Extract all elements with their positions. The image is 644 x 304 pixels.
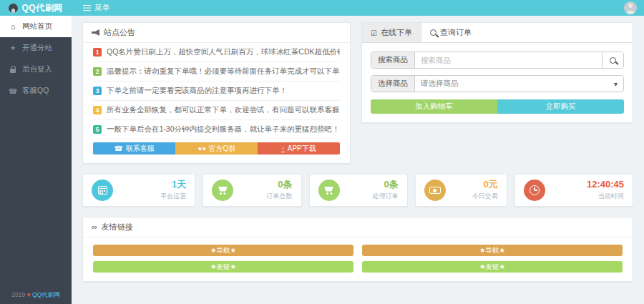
top-header-bar: QQ代刷网 菜单 xyxy=(0,0,644,16)
announcement-number-badge: 4 xyxy=(93,106,102,114)
link-icon: ∞ xyxy=(92,223,97,231)
calendar-icon xyxy=(98,186,107,195)
announcement-text: 所有业务全部恢复，都可以正常下单，欢迎尝试，有问题可以联系客服 xyxy=(107,105,340,115)
contact-service-button[interactable]: 联系客服 xyxy=(93,142,175,155)
sidebar-item-label: 后台登入 xyxy=(22,64,52,74)
app-download-button[interactable]: APP下载 xyxy=(258,142,340,155)
order-form: 搜索商品 选择商品 请选择商品 加入购物车 立即购买 xyxy=(362,43,633,122)
announcements-panel: 站点公告 1 QQ名片赞日刷上万，超快空间人气日刷百万，球球冰红茶CDK超低价销… xyxy=(82,22,351,164)
order-tabs: 在线下单 查询订单 xyxy=(362,23,633,43)
announcement-text: QQ名片赞日刷上万，超快空间人气日刷百万，球球冰红茶CDK超低价销售 xyxy=(107,47,340,57)
stat-label: 当前时间 xyxy=(587,192,624,201)
search-icon xyxy=(430,29,436,36)
announcement-item: 2 温馨提示：请勿重复下单哦！必须要等待前面任务订单完成才可以下单！ xyxy=(93,62,340,82)
buy-now-button[interactable]: 立即购买 xyxy=(497,99,624,114)
stat-card-processing-orders: 0条 处理订单 xyxy=(309,174,408,207)
search-product-group: 搜索商品 xyxy=(371,52,624,69)
friend-links-header: ∞ 友情链接 xyxy=(83,217,633,237)
nav-link-button[interactable]: ★导航★ xyxy=(362,245,623,256)
announcement-item: 3 下单之前请一定要看完该商品的注意事项再进行下单！ xyxy=(93,82,340,101)
search-icon xyxy=(610,57,616,64)
search-product-input[interactable] xyxy=(415,52,602,68)
friend-links-title: 友情链接 xyxy=(102,222,133,232)
sidebar-item-admin-login[interactable]: 后台登入 xyxy=(0,59,72,80)
headset-icon xyxy=(9,87,17,95)
official-qq-group-button[interactable]: 官方Q群 xyxy=(175,142,258,155)
search-product-label: 搜索商品 xyxy=(371,52,415,68)
announcements-title: 站点公告 xyxy=(104,27,135,38)
select-product-group: 选择商品 请选择商品 xyxy=(371,75,624,92)
cart-icon xyxy=(218,187,228,195)
announcement-item: 5 一般下单后会在1-30分钟内提交到服务器，就让单子来的更猛烈些吧！ xyxy=(93,120,340,139)
heart-icon: ♥ xyxy=(27,291,31,298)
chevron-down-icon xyxy=(614,79,618,88)
button-label: 官方Q群 xyxy=(208,144,235,154)
announcements-header: 站点公告 xyxy=(83,23,350,43)
stat-value: 1天 xyxy=(160,180,186,190)
stat-value: 12:40:45 xyxy=(587,180,624,190)
home-icon xyxy=(9,22,17,31)
stat-label: 今日交易 xyxy=(472,192,498,201)
sidebar-item-label: 客服QQ xyxy=(22,86,49,96)
menu-toggle-button[interactable]: 菜单 xyxy=(83,3,109,13)
tab-label: 查询订单 xyxy=(440,27,472,38)
product-select-dropdown[interactable]: 请选择商品 xyxy=(415,76,623,92)
announcement-number-badge: 1 xyxy=(93,48,102,57)
copyright-year: 2019 xyxy=(11,291,25,298)
announcement-text: 下单之前请一定要看完该商品的注意事项再进行下单！ xyxy=(107,86,287,96)
sidebar-item-label: 网站首页 xyxy=(22,21,52,31)
tab-label: 在线下单 xyxy=(381,27,412,38)
copyright-site-link[interactable]: QQ代刷网 xyxy=(32,291,60,298)
qq-penguin-logo-icon xyxy=(9,4,18,13)
announcements-list: 1 QQ名片赞日刷上万，超快空间人气日刷百万，球球冰红茶CDK超低价销售 2 温… xyxy=(83,43,350,139)
main-content: 站点公告 1 QQ名片赞日刷上万，超快空间人气日刷百万，球球冰红茶CDK超低价销… xyxy=(72,16,644,304)
download-icon xyxy=(281,144,285,152)
sidebar-item-home[interactable]: 网站首页 xyxy=(0,16,72,37)
sidebar-nav: 网站首页 开通分站 后台登入 客服QQ 2019 ♥ QQ代刷网 xyxy=(0,16,72,304)
announcement-number-badge: 3 xyxy=(93,87,102,95)
announcement-number-badge: 5 xyxy=(93,125,102,134)
announcement-item: 4 所有业务全部恢复，都可以正常下单，欢迎尝试，有问题可以联系客服 xyxy=(93,101,340,120)
sidebar-footer-copyright: 2019 ♥ QQ代刷网 xyxy=(0,291,72,300)
tab-online-order[interactable]: 在线下单 xyxy=(362,23,421,42)
friend-link-button[interactable]: ★友链★ xyxy=(93,261,353,273)
friend-links-panel: ∞ 友情链接 ★导航★ ★导航★ ★友链★ ★友链★ xyxy=(82,217,633,282)
clock-icon xyxy=(530,185,540,195)
stat-card-total-orders: 0条 订单总数 xyxy=(203,174,301,207)
hamburger-icon xyxy=(83,5,91,11)
stat-value: 0条 xyxy=(267,180,293,190)
select-product-label: 选择商品 xyxy=(371,76,415,92)
announcement-number-badge: 2 xyxy=(93,67,102,76)
stat-label: 处理订单 xyxy=(373,192,399,201)
stat-label: 订单总数 xyxy=(267,192,293,201)
user-avatar[interactable] xyxy=(624,1,637,14)
announcement-actions: 联系客服 官方Q群 APP下载 xyxy=(93,142,340,155)
stat-card-current-time: 12:40:45 当前时间 xyxy=(514,174,633,207)
menu-label: 菜单 xyxy=(94,3,109,13)
nav-link-button[interactable]: ★导航★ xyxy=(93,245,353,256)
tab-query-order[interactable]: 查询订单 xyxy=(421,23,480,42)
button-label: 联系客服 xyxy=(126,144,155,154)
cart-icon xyxy=(324,187,333,195)
headset-icon xyxy=(114,144,122,152)
site-logo[interactable]: QQ代刷网 xyxy=(0,0,72,16)
sidebar-item-service-qq[interactable]: 客服QQ xyxy=(0,80,72,102)
friend-links-grid: ★导航★ ★导航★ ★友链★ ★友链★ xyxy=(83,237,633,281)
friend-link-button[interactable]: ★友链★ xyxy=(362,261,623,273)
sidebar-item-open-substation[interactable]: 开通分站 xyxy=(0,37,72,59)
announcement-text: 一般下单后会在1-30分钟内提交到服务器，就让单子来的更猛烈些吧！ xyxy=(107,124,340,134)
add-to-cart-button[interactable]: 加入购物车 xyxy=(371,99,497,114)
stat-card-platform-days: 1天 平台运营 xyxy=(82,174,195,207)
order-panel: 在线下单 查询订单 搜索商品 选择商品 请选择商品 xyxy=(361,22,633,123)
announcement-text: 温馨提示：请勿重复下单哦！必须要等待前面任务订单完成才可以下单！ xyxy=(107,67,340,77)
star-icon xyxy=(9,44,17,52)
money-icon xyxy=(429,187,441,194)
select-placeholder: 请选择商品 xyxy=(421,79,459,89)
stat-value: 0元 xyxy=(472,180,498,190)
sidebar-item-label: 开通分站 xyxy=(22,43,52,53)
stat-value: 0条 xyxy=(373,180,399,190)
site-title: QQ代刷网 xyxy=(21,2,62,14)
search-submit-button[interactable] xyxy=(602,52,623,68)
megaphone-icon xyxy=(92,29,99,36)
announcement-item: 1 QQ名片赞日刷上万，超快空间人气日刷百万，球球冰红茶CDK超低价销售 xyxy=(93,43,340,62)
